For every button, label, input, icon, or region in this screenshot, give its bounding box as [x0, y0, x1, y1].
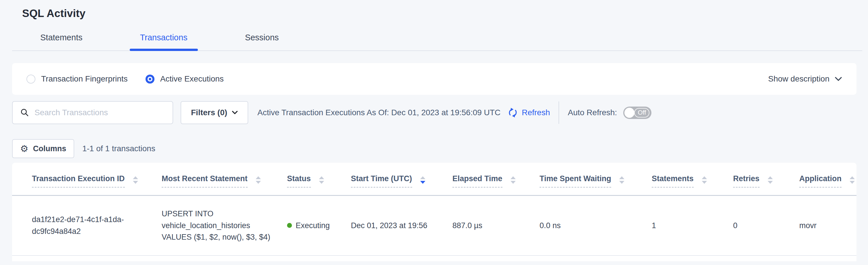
- radio-transaction-fingerprints-label: Transaction Fingerprints: [41, 74, 128, 83]
- chevron-down-icon: [232, 111, 238, 115]
- page-title: SQL Activity: [22, 7, 868, 20]
- search-icon: [20, 108, 29, 117]
- columns-button[interactable]: ⚙ Columns: [12, 139, 74, 158]
- cell-retries: 0: [733, 195, 799, 256]
- filters-button[interactable]: Filters (0): [181, 101, 248, 124]
- tab-sessions[interactable]: Sessions: [235, 33, 289, 50]
- result-count: 1-1 of 1 transactions: [82, 144, 155, 153]
- header-time-spent-waiting[interactable]: Time Spent Waiting: [539, 174, 652, 195]
- header-elapsed-time[interactable]: Elapsed Time: [453, 174, 539, 195]
- table-meta-bar: ⚙ Columns 1-1 of 1 transactions: [12, 139, 857, 158]
- cell-time-spent-waiting: 0.0 ns: [539, 195, 652, 256]
- show-description-toggle[interactable]: Show description: [768, 74, 842, 83]
- columns-button-label: Columns: [33, 144, 66, 153]
- sort-carets[interactable]: [510, 176, 516, 184]
- active-tab-underline: [130, 49, 198, 51]
- sort-carets[interactable]: [619, 176, 624, 184]
- cell-most-recent-statement[interactable]: UPSERT INTO vehicle_location_histories V…: [162, 195, 287, 256]
- table-header-row: Transaction Execution ID Most Recent Sta…: [12, 174, 857, 195]
- sql-activity-tabs: Statements Transactions Sessions: [12, 33, 862, 51]
- chevron-down-icon: [835, 77, 842, 81]
- cell-statements: 1: [652, 195, 733, 256]
- tab-statements-label: Statements: [40, 33, 83, 42]
- cell-application: movr: [799, 195, 857, 256]
- radio-active-executions-label: Active Executions: [160, 74, 224, 83]
- auto-refresh-toggle[interactable]: Off: [623, 107, 651, 119]
- search-box[interactable]: [12, 101, 173, 124]
- refresh-button[interactable]: Refresh: [507, 107, 550, 118]
- transactions-table-card: Transaction Execution ID Most Recent Sta…: [12, 163, 857, 261]
- table-row: da1f21e2-de71-4c1f-a1da-dc9fc94a84a2 UPS…: [12, 195, 857, 256]
- auto-refresh-label: Auto Refresh:: [568, 108, 617, 117]
- cell-start-time: Dec 01, 2023 at 19:56: [351, 195, 453, 256]
- radio-checked-icon[interactable]: [146, 75, 154, 83]
- sort-carets[interactable]: [849, 176, 855, 184]
- tab-transactions-label: Transactions: [140, 33, 188, 42]
- vertical-divider: [559, 101, 559, 124]
- radio-active-executions[interactable]: Active Executions: [146, 74, 224, 83]
- status-executing-dot-icon: [287, 223, 292, 228]
- header-most-recent-statement[interactable]: Most Recent Statement: [162, 174, 287, 195]
- cell-status: Executing: [287, 195, 351, 256]
- show-description-label: Show description: [768, 74, 830, 83]
- header-status[interactable]: Status: [287, 174, 351, 195]
- refresh-label: Refresh: [522, 108, 550, 117]
- transactions-table: Transaction Execution ID Most Recent Sta…: [12, 174, 857, 256]
- toggle-knob: [624, 108, 634, 118]
- toggle-state-label: Off: [634, 108, 649, 117]
- filters-button-label: Filters (0): [191, 108, 227, 117]
- tab-transactions[interactable]: Transactions: [130, 33, 198, 50]
- radio-unchecked-icon[interactable]: [27, 75, 35, 83]
- gear-icon: ⚙: [20, 144, 29, 153]
- tab-sessions-label: Sessions: [245, 33, 279, 42]
- header-application[interactable]: Application: [799, 174, 857, 195]
- tab-statements[interactable]: Statements: [30, 33, 93, 50]
- radio-transaction-fingerprints[interactable]: Transaction Fingerprints: [27, 74, 128, 83]
- header-statements[interactable]: Statements: [652, 174, 733, 195]
- header-retries[interactable]: Retries: [733, 174, 799, 195]
- sort-carets[interactable]: [702, 176, 707, 184]
- controls-bar: Filters (0) Active Transaction Execution…: [12, 101, 857, 124]
- sort-carets[interactable]: [256, 176, 261, 184]
- cell-elapsed-time: 887.0 µs: [453, 195, 539, 256]
- header-start-time[interactable]: Start Time (UTC): [351, 174, 453, 195]
- search-input[interactable]: [34, 108, 169, 117]
- cell-transaction-execution-id[interactable]: da1f21e2-de71-4c1f-a1da-dc9fc94a84a2: [12, 195, 162, 256]
- sort-carets[interactable]: [319, 176, 324, 184]
- sort-carets[interactable]: [133, 176, 138, 184]
- sort-carets-active[interactable]: [420, 176, 425, 184]
- header-transaction-execution-id[interactable]: Transaction Execution ID: [12, 174, 162, 195]
- view-mode-card: Transaction Fingerprints Active Executio…: [12, 63, 857, 95]
- status-label: Executing: [296, 220, 330, 232]
- as-of-timestamp: Active Transaction Executions As Of: Dec…: [257, 108, 500, 117]
- sort-carets[interactable]: [768, 176, 773, 184]
- refresh-icon: [507, 107, 518, 118]
